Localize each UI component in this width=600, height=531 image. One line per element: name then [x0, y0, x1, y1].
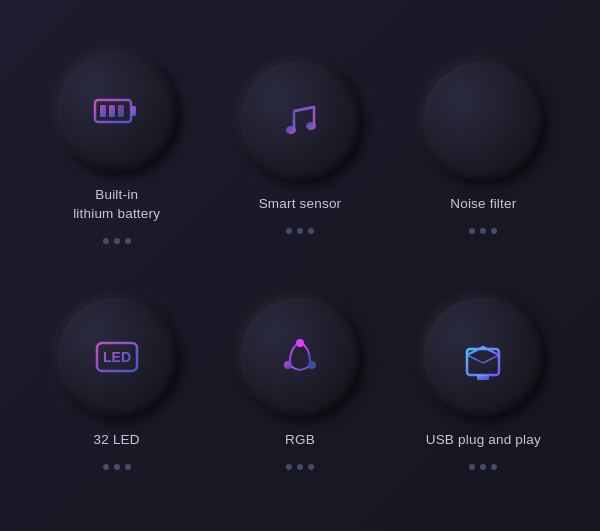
svg-line-21: [483, 355, 499, 363]
sensor-icon-circle: [240, 61, 360, 181]
led-dots: [103, 464, 131, 470]
svg-text:LED: LED: [103, 349, 131, 365]
dot: [125, 238, 131, 244]
svg-rect-3: [109, 105, 115, 117]
feature-rgb[interactable]: RGB: [213, 276, 386, 492]
noise-label: Noise filter: [450, 195, 516, 214]
dot: [114, 464, 120, 470]
dot: [114, 238, 120, 244]
dot: [480, 464, 486, 470]
battery-dots: [103, 238, 131, 244]
battery-icon-circle: [57, 52, 177, 172]
feature-led[interactable]: LED 32 LED: [30, 276, 203, 492]
svg-point-6: [306, 122, 316, 130]
dot: [491, 464, 497, 470]
dot: [286, 228, 292, 234]
led-icon-circle: LED: [57, 297, 177, 417]
rgb-label: RGB: [285, 431, 315, 450]
svg-rect-22: [477, 375, 489, 380]
usb-icon-circle: [423, 297, 543, 417]
feature-battery[interactable]: Built-inlithium battery: [30, 40, 203, 256]
dot: [125, 464, 131, 470]
sensor-label: Smart sensor: [259, 195, 342, 214]
battery-label: Built-inlithium battery: [73, 186, 160, 224]
noise-icon: [455, 93, 511, 149]
dot: [469, 464, 475, 470]
svg-line-20: [467, 355, 483, 363]
rgb-dots: [286, 464, 314, 470]
feature-usb[interactable]: USB plug and play: [397, 276, 570, 492]
sensor-dots: [286, 228, 314, 234]
dot: [469, 228, 475, 234]
noise-icon-circle: [423, 61, 543, 181]
noise-dots: [469, 228, 497, 234]
rgb-icon-circle: [240, 297, 360, 417]
dot: [297, 464, 303, 470]
battery-icon: [89, 84, 145, 140]
svg-line-7: [294, 107, 314, 111]
dot: [308, 464, 314, 470]
sensor-icon: [272, 93, 328, 149]
svg-rect-4: [118, 105, 124, 117]
led-label: 32 LED: [94, 431, 140, 450]
feature-noise[interactable]: Noise filter: [397, 40, 570, 256]
dot: [297, 228, 303, 234]
svg-point-16: [296, 339, 304, 347]
rgb-icon: [272, 329, 328, 385]
dot: [103, 238, 109, 244]
usb-label: USB plug and play: [426, 431, 541, 450]
dot: [480, 228, 486, 234]
svg-rect-1: [131, 106, 136, 116]
usb-dots: [469, 464, 497, 470]
dot: [308, 228, 314, 234]
svg-point-18: [308, 361, 316, 369]
svg-rect-2: [100, 105, 106, 117]
led-icon: LED: [89, 329, 145, 385]
usb-icon: [455, 329, 511, 385]
dot: [491, 228, 497, 234]
svg-point-5: [286, 126, 296, 134]
dot: [103, 464, 109, 470]
feature-sensor[interactable]: Smart sensor: [213, 40, 386, 256]
dot: [286, 464, 292, 470]
features-grid: Built-inlithium battery: [0, 0, 600, 531]
svg-point-17: [284, 361, 292, 369]
